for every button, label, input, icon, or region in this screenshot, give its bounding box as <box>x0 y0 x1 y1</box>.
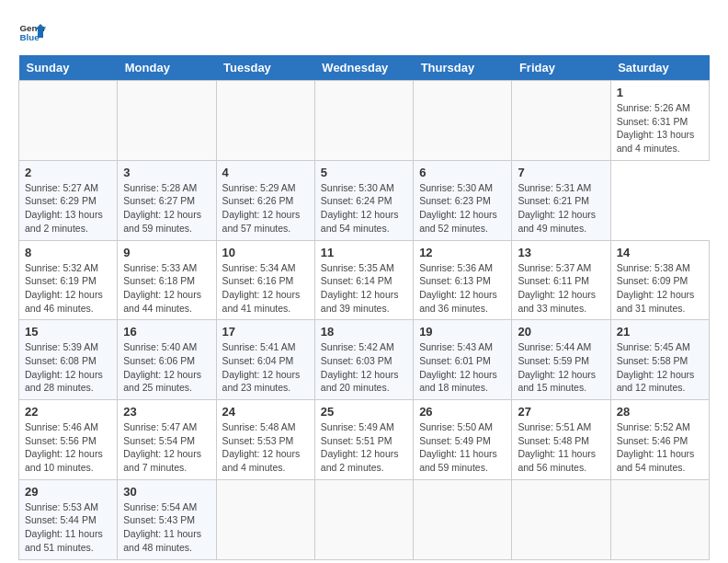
day-info: Sunrise: 5:49 AM Sunset: 5:51 PM Dayligh… <box>321 420 407 475</box>
header-cell-wednesday: Wednesday <box>314 55 413 81</box>
day-info: Sunrise: 5:28 AM Sunset: 6:27 PM Dayligh… <box>123 181 210 236</box>
day-info: Sunrise: 5:29 AM Sunset: 6:26 PM Dayligh… <box>222 181 309 236</box>
calendar-week-5: 22Sunrise: 5:46 AM Sunset: 5:56 PM Dayli… <box>19 400 710 480</box>
day-info: Sunrise: 5:27 AM Sunset: 6:29 PM Dayligh… <box>25 181 111 236</box>
calendar-cell: 4Sunrise: 5:29 AM Sunset: 6:26 PM Daylig… <box>216 160 314 240</box>
day-number: 29 <box>25 485 111 499</box>
calendar-cell: 22Sunrise: 5:46 AM Sunset: 5:56 PM Dayli… <box>19 400 118 480</box>
day-number: 7 <box>518 166 604 179</box>
calendar-cell <box>314 81 413 161</box>
day-number: 22 <box>25 405 111 419</box>
calendar-cell: 30Sunrise: 5:54 AM Sunset: 5:43 PM Dayli… <box>118 479 216 559</box>
day-number: 18 <box>321 325 407 339</box>
calendar-cell: 7Sunrise: 5:31 AM Sunset: 6:21 PM Daylig… <box>512 160 610 240</box>
calendar-cell <box>610 479 709 559</box>
day-number: 17 <box>222 325 309 339</box>
day-info: Sunrise: 5:37 AM Sunset: 6:11 PM Dayligh… <box>518 261 604 316</box>
day-number: 16 <box>123 325 210 339</box>
calendar-cell: 21Sunrise: 5:45 AM Sunset: 5:58 PM Dayli… <box>610 320 709 400</box>
day-info: Sunrise: 5:44 AM Sunset: 5:59 PM Dayligh… <box>518 340 604 395</box>
calendar-cell: 24Sunrise: 5:48 AM Sunset: 5:53 PM Dayli… <box>216 400 314 480</box>
svg-text:Blue: Blue <box>20 32 40 42</box>
day-number: 28 <box>617 405 703 419</box>
day-info: Sunrise: 5:50 AM Sunset: 5:49 PM Dayligh… <box>419 420 506 475</box>
calendar-cell <box>19 81 118 161</box>
calendar-cell: 13Sunrise: 5:37 AM Sunset: 6:11 PM Dayli… <box>512 240 610 320</box>
calendar-cell <box>512 81 610 161</box>
day-number: 30 <box>123 485 210 499</box>
logo: General Blue <box>18 18 46 46</box>
calendar-cell: 28Sunrise: 5:52 AM Sunset: 5:46 PM Dayli… <box>610 400 709 480</box>
calendar-cell: 15Sunrise: 5:39 AM Sunset: 6:08 PM Dayli… <box>19 320 118 400</box>
calendar-cell <box>414 479 512 559</box>
calendar-cell: 16Sunrise: 5:40 AM Sunset: 6:06 PM Dayli… <box>118 320 216 400</box>
day-info: Sunrise: 5:48 AM Sunset: 5:53 PM Dayligh… <box>222 420 309 475</box>
day-info: Sunrise: 5:26 AM Sunset: 6:31 PM Dayligh… <box>617 101 703 155</box>
day-number: 2 <box>25 166 111 179</box>
day-number: 12 <box>419 246 506 259</box>
calendar-week-3: 8Sunrise: 5:32 AM Sunset: 6:19 PM Daylig… <box>19 240 710 320</box>
day-info: Sunrise: 5:36 AM Sunset: 6:13 PM Dayligh… <box>419 261 506 316</box>
day-number: 23 <box>123 405 210 419</box>
calendar-cell: 9Sunrise: 5:33 AM Sunset: 6:18 PM Daylig… <box>118 240 216 320</box>
day-info: Sunrise: 5:46 AM Sunset: 5:56 PM Dayligh… <box>25 420 111 475</box>
day-info: Sunrise: 5:31 AM Sunset: 6:21 PM Dayligh… <box>518 181 604 236</box>
day-number: 1 <box>617 86 703 99</box>
day-number: 8 <box>25 246 111 259</box>
day-info: Sunrise: 5:30 AM Sunset: 6:23 PM Dayligh… <box>419 181 506 236</box>
calendar-cell: 26Sunrise: 5:50 AM Sunset: 5:49 PM Dayli… <box>414 400 512 480</box>
header-cell-sunday: Sunday <box>19 55 118 81</box>
day-info: Sunrise: 5:47 AM Sunset: 5:54 PM Dayligh… <box>123 420 210 475</box>
day-info: Sunrise: 5:53 AM Sunset: 5:44 PM Dayligh… <box>25 500 111 555</box>
header-cell-thursday: Thursday <box>414 55 512 81</box>
day-info: Sunrise: 5:32 AM Sunset: 6:19 PM Dayligh… <box>25 261 111 316</box>
calendar-cell: 20Sunrise: 5:44 AM Sunset: 5:59 PM Dayli… <box>512 320 610 400</box>
day-info: Sunrise: 5:52 AM Sunset: 5:46 PM Dayligh… <box>617 420 703 475</box>
calendar-table: SundayMondayTuesdayWednesdayThursdayFrid… <box>18 55 710 560</box>
calendar-cell: 18Sunrise: 5:42 AM Sunset: 6:03 PM Dayli… <box>314 320 413 400</box>
calendar-cell: 27Sunrise: 5:51 AM Sunset: 5:48 PM Dayli… <box>512 400 610 480</box>
calendar-cell <box>512 479 610 559</box>
header-cell-monday: Monday <box>118 55 216 81</box>
day-info: Sunrise: 5:45 AM Sunset: 5:58 PM Dayligh… <box>617 340 703 395</box>
day-number: 9 <box>123 246 210 259</box>
calendar-cell <box>414 81 512 161</box>
calendar-cell: 23Sunrise: 5:47 AM Sunset: 5:54 PM Dayli… <box>118 400 216 480</box>
day-number: 14 <box>617 246 703 259</box>
day-info: Sunrise: 5:42 AM Sunset: 6:03 PM Dayligh… <box>321 340 407 395</box>
day-number: 13 <box>518 246 604 259</box>
header: General Blue <box>18 18 710 46</box>
calendar-cell: 3Sunrise: 5:28 AM Sunset: 6:27 PM Daylig… <box>118 160 216 240</box>
day-number: 21 <box>617 325 703 339</box>
day-info: Sunrise: 5:34 AM Sunset: 6:16 PM Dayligh… <box>222 261 309 316</box>
day-info: Sunrise: 5:30 AM Sunset: 6:24 PM Dayligh… <box>321 181 407 236</box>
day-number: 11 <box>321 246 407 259</box>
calendar-cell <box>216 81 314 161</box>
calendar-cell: 12Sunrise: 5:36 AM Sunset: 6:13 PM Dayli… <box>414 240 512 320</box>
day-info: Sunrise: 5:35 AM Sunset: 6:14 PM Dayligh… <box>321 261 407 316</box>
calendar-cell: 8Sunrise: 5:32 AM Sunset: 6:19 PM Daylig… <box>19 240 118 320</box>
day-number: 10 <box>222 246 309 259</box>
calendar-cell <box>216 479 314 559</box>
calendar-cell: 1Sunrise: 5:26 AM Sunset: 6:31 PM Daylig… <box>610 81 709 161</box>
calendar-header-row: SundayMondayTuesdayWednesdayThursdayFrid… <box>19 55 710 81</box>
day-number: 27 <box>518 405 604 419</box>
day-number: 5 <box>321 166 407 179</box>
day-info: Sunrise: 5:33 AM Sunset: 6:18 PM Dayligh… <box>123 261 210 316</box>
calendar-cell: 17Sunrise: 5:41 AM Sunset: 6:04 PM Dayli… <box>216 320 314 400</box>
calendar-cell: 11Sunrise: 5:35 AM Sunset: 6:14 PM Dayli… <box>314 240 413 320</box>
calendar-body: 1Sunrise: 5:26 AM Sunset: 6:31 PM Daylig… <box>19 81 710 560</box>
day-info: Sunrise: 5:43 AM Sunset: 6:01 PM Dayligh… <box>419 340 506 395</box>
header-cell-friday: Friday <box>512 55 610 81</box>
day-info: Sunrise: 5:40 AM Sunset: 6:06 PM Dayligh… <box>123 340 210 395</box>
calendar-cell: 29Sunrise: 5:53 AM Sunset: 5:44 PM Dayli… <box>19 479 118 559</box>
calendar-cell: 19Sunrise: 5:43 AM Sunset: 6:01 PM Dayli… <box>414 320 512 400</box>
calendar-cell: 6Sunrise: 5:30 AM Sunset: 6:23 PM Daylig… <box>414 160 512 240</box>
day-info: Sunrise: 5:38 AM Sunset: 6:09 PM Dayligh… <box>617 261 703 316</box>
header-cell-saturday: Saturday <box>610 55 709 81</box>
day-number: 19 <box>419 325 506 339</box>
day-info: Sunrise: 5:54 AM Sunset: 5:43 PM Dayligh… <box>123 500 210 555</box>
header-cell-tuesday: Tuesday <box>216 55 314 81</box>
calendar-week-2: 2Sunrise: 5:27 AM Sunset: 6:29 PM Daylig… <box>19 160 710 240</box>
logo-icon: General Blue <box>18 18 46 46</box>
